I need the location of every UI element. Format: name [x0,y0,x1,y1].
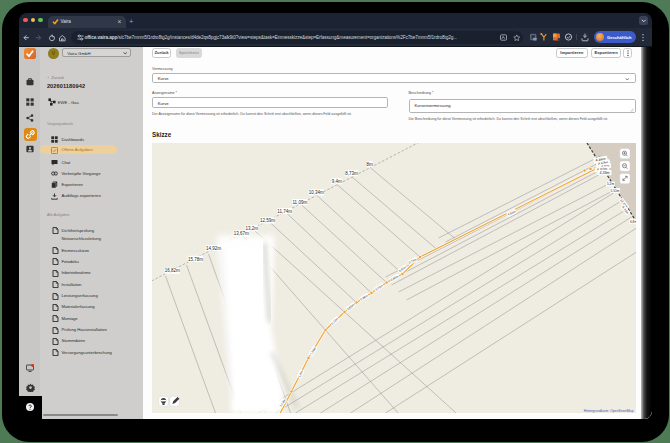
svg-text:5,51m: 5,51m [610,189,619,193]
svg-text:14,92m: 14,92m [205,246,220,251]
svg-text:9,4m: 9,4m [331,179,341,184]
svg-text:8m: 8m [366,162,373,167]
svg-text:11,09m: 11,09m [292,200,307,205]
svg-text:15,78m: 15,78m [187,257,202,262]
svg-text:5,2m: 5,2m [606,182,613,186]
svg-text:16,82m: 16,82m [164,268,179,273]
svg-text:11,74m: 11,74m [277,209,292,214]
svg-text:8,73m: 8,73m [345,171,358,176]
svg-text:Hintergrundkarte: OpenStreetMa: Hintergrundkarte: OpenStreetMap [583,409,633,413]
svg-text:10,34m: 10,34m [308,190,323,195]
svg-text:4,33m: 4,33m [599,171,609,175]
svg-text:6,8m: 6,8m [629,220,636,224]
svg-text:12,59m: 12,59m [259,218,274,223]
svg-text:13,67m: 13,67m [233,231,248,236]
